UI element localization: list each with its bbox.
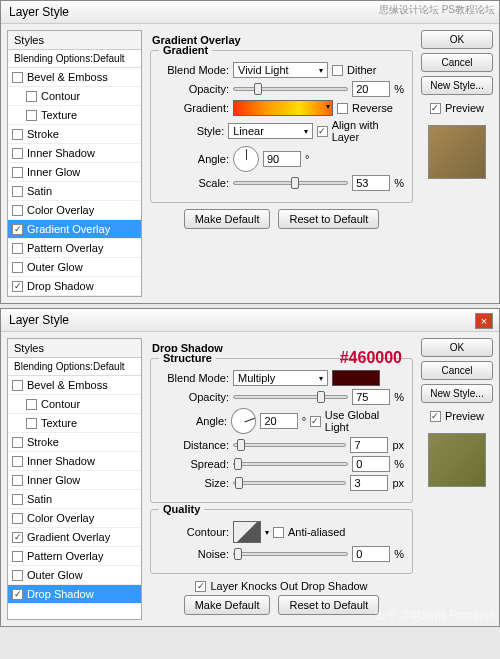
style-checkbox[interactable] bbox=[26, 91, 37, 102]
ok-button[interactable]: OK bbox=[421, 30, 493, 49]
style-checkbox[interactable] bbox=[12, 72, 23, 83]
style-checkbox[interactable] bbox=[12, 494, 23, 505]
reset-default-button[interactable]: Reset to Default bbox=[278, 209, 379, 229]
distance-slider[interactable] bbox=[233, 443, 346, 447]
style-item-outer-glow[interactable]: Outer Glow bbox=[8, 566, 141, 585]
style-checkbox[interactable] bbox=[12, 380, 23, 391]
angle-input[interactable]: 20 bbox=[260, 413, 297, 429]
spread-slider[interactable] bbox=[233, 462, 348, 466]
style-item-gradient-overlay[interactable]: Gradient Overlay bbox=[8, 220, 141, 239]
angle-label: Angle: bbox=[159, 415, 227, 427]
style-checkbox[interactable] bbox=[26, 110, 37, 121]
style-checkbox[interactable] bbox=[12, 532, 23, 543]
preview-checkbox[interactable] bbox=[430, 103, 441, 114]
style-item-contour[interactable]: Contour bbox=[8, 87, 141, 106]
style-checkbox[interactable] bbox=[12, 281, 23, 292]
contour-picker[interactable] bbox=[233, 521, 261, 543]
align-checkbox[interactable] bbox=[317, 126, 327, 137]
opacity-input[interactable]: 20 bbox=[352, 81, 390, 97]
opacity-slider[interactable] bbox=[233, 87, 348, 91]
blend-mode-dropdown[interactable]: Multiply bbox=[233, 370, 328, 386]
styles-header[interactable]: Styles bbox=[8, 339, 141, 358]
style-item-pattern-overlay[interactable]: Pattern Overlay bbox=[8, 239, 141, 258]
opacity-input[interactable]: 75 bbox=[352, 389, 390, 405]
style-checkbox[interactable] bbox=[12, 186, 23, 197]
noise-input[interactable]: 0 bbox=[352, 546, 390, 562]
style-item-inner-shadow[interactable]: Inner Shadow bbox=[8, 452, 141, 471]
new-style-button[interactable]: New Style... bbox=[421, 384, 493, 403]
make-default-button[interactable]: Make Default bbox=[184, 209, 271, 229]
style-item-stroke[interactable]: Stroke bbox=[8, 125, 141, 144]
scale-input[interactable]: 53 bbox=[352, 175, 390, 191]
style-checkbox[interactable] bbox=[12, 129, 23, 140]
style-item-inner-glow[interactable]: Inner Glow bbox=[8, 471, 141, 490]
angle-input[interactable]: 90 bbox=[263, 151, 301, 167]
style-checkbox[interactable] bbox=[12, 551, 23, 562]
gradient-swatch[interactable] bbox=[233, 100, 333, 116]
ok-button[interactable]: OK bbox=[421, 338, 493, 357]
style-item-inner-shadow[interactable]: Inner Shadow bbox=[8, 144, 141, 163]
style-item-color-overlay[interactable]: Color Overlay bbox=[8, 201, 141, 220]
noise-slider[interactable] bbox=[233, 552, 348, 556]
style-checkbox[interactable] bbox=[26, 418, 37, 429]
angle-dial[interactable] bbox=[231, 408, 256, 434]
blending-options[interactable]: Blending Options:Default bbox=[8, 50, 141, 68]
new-style-button[interactable]: New Style... bbox=[421, 76, 493, 95]
preview-checkbox[interactable] bbox=[430, 411, 441, 422]
blending-options[interactable]: Blending Options:Default bbox=[8, 358, 141, 376]
reverse-checkbox[interactable] bbox=[337, 103, 348, 114]
opacity-label: Opacity: bbox=[159, 391, 229, 403]
size-input[interactable]: 3 bbox=[350, 475, 388, 491]
style-checkbox[interactable] bbox=[12, 224, 23, 235]
distance-input[interactable]: 7 bbox=[350, 437, 388, 453]
style-checkbox[interactable] bbox=[12, 513, 23, 524]
style-checkbox[interactable] bbox=[12, 167, 23, 178]
style-checkbox[interactable] bbox=[12, 437, 23, 448]
blend-mode-label: Blend Mode: bbox=[159, 64, 229, 76]
size-slider[interactable] bbox=[233, 481, 346, 485]
cancel-button[interactable]: Cancel bbox=[421, 361, 493, 380]
scale-slider[interactable] bbox=[233, 181, 348, 185]
style-item-color-overlay[interactable]: Color Overlay bbox=[8, 509, 141, 528]
angle-dial[interactable] bbox=[233, 146, 259, 172]
style-item-drop-shadow[interactable]: Drop Shadow bbox=[8, 585, 141, 604]
style-item-satin[interactable]: Satin bbox=[8, 182, 141, 201]
dither-checkbox[interactable] bbox=[332, 65, 343, 76]
style-dropdown[interactable]: Linear bbox=[228, 123, 313, 139]
style-checkbox[interactable] bbox=[12, 148, 23, 159]
reset-default-button[interactable]: Reset to Default bbox=[278, 595, 379, 615]
style-item-gradient-overlay[interactable]: Gradient Overlay bbox=[8, 528, 141, 547]
style-checkbox[interactable] bbox=[12, 589, 23, 600]
style-item-inner-glow[interactable]: Inner Glow bbox=[8, 163, 141, 182]
anti-aliased-checkbox[interactable] bbox=[273, 527, 284, 538]
style-item-contour[interactable]: Contour bbox=[8, 395, 141, 414]
spread-input[interactable]: 0 bbox=[352, 456, 390, 472]
style-item-texture[interactable]: Texture bbox=[8, 106, 141, 125]
global-light-checkbox[interactable] bbox=[310, 416, 321, 427]
style-item-texture[interactable]: Texture bbox=[8, 414, 141, 433]
style-checkbox[interactable] bbox=[12, 262, 23, 273]
style-item-drop-shadow[interactable]: Drop Shadow bbox=[8, 277, 141, 296]
styles-header[interactable]: Styles bbox=[8, 31, 141, 50]
style-checkbox[interactable] bbox=[12, 243, 23, 254]
style-checkbox[interactable] bbox=[12, 205, 23, 216]
close-icon[interactable]: × bbox=[475, 313, 493, 329]
blend-mode-dropdown[interactable]: Vivid Light bbox=[233, 62, 328, 78]
style-item-stroke[interactable]: Stroke bbox=[8, 433, 141, 452]
style-item-bevel-emboss[interactable]: Bevel & Emboss bbox=[8, 68, 141, 87]
style-checkbox[interactable] bbox=[26, 399, 37, 410]
style-item-satin[interactable]: Satin bbox=[8, 490, 141, 509]
style-checkbox[interactable] bbox=[12, 475, 23, 486]
shadow-color-swatch[interactable] bbox=[332, 370, 380, 386]
make-default-button[interactable]: Make Default bbox=[184, 595, 271, 615]
chevron-down-icon[interactable]: ▾ bbox=[265, 528, 269, 537]
opacity-slider[interactable] bbox=[233, 395, 348, 399]
knocks-out-checkbox[interactable] bbox=[195, 581, 206, 592]
style-checkbox[interactable] bbox=[12, 456, 23, 467]
style-item-pattern-overlay[interactable]: Pattern Overlay bbox=[8, 547, 141, 566]
cancel-button[interactable]: Cancel bbox=[421, 53, 493, 72]
style-item-outer-glow[interactable]: Outer Glow bbox=[8, 258, 141, 277]
action-panel: OK Cancel New Style... Preview bbox=[421, 30, 493, 297]
style-item-bevel-emboss[interactable]: Bevel & Emboss bbox=[8, 376, 141, 395]
style-checkbox[interactable] bbox=[12, 570, 23, 581]
